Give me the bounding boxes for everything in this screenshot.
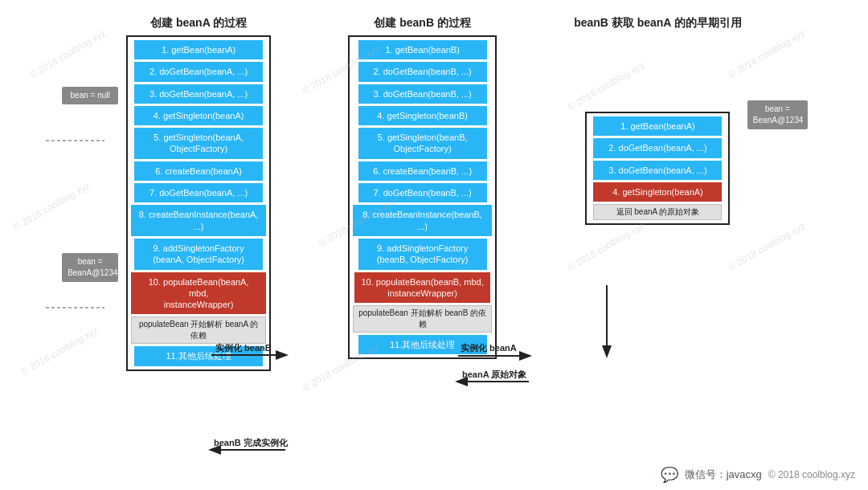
step-c-3: 3. doGetBean(beanA, ...) bbox=[593, 161, 722, 180]
section-b-steps: 1. getBean(beanB) 2. doGetBean(beanB, ..… bbox=[348, 35, 497, 359]
wechat-label: 微信号：javacxg bbox=[685, 468, 762, 482]
step-b-10: 10. populateBean(beanB, mbd,instanceWrap… bbox=[354, 272, 489, 304]
step-b-1: 1. getBean(beanB) bbox=[358, 40, 487, 59]
section-c: beanB 获取 beanA 的的早期引用 bean =BeanA@1234 1… bbox=[574, 16, 742, 225]
watermark-1: © 2018 coolblog.xyz bbox=[27, 27, 108, 80]
watermark-8: © 2018 coolblog.xyz bbox=[566, 220, 647, 273]
step-c-2: 2. doGetBean(beanA, ...) bbox=[593, 138, 722, 157]
step-b-8: 8. createBeanInstance(beanB, ...) bbox=[353, 205, 492, 236]
section-a-steps: 1. getBean(beanA) 2. doGetBean(beanA, ..… bbox=[126, 35, 271, 371]
step-b-2: 2. doGetBean(beanB, ...) bbox=[358, 62, 487, 81]
section-b: 创建 beanB 的过程 1. getBean(beanB) 2. doGetB… bbox=[348, 16, 497, 359]
section-a: 创建 beanA 的过程 bean = null bean = BeanA@12… bbox=[126, 16, 271, 371]
footer-copyright: © 2018 coolblog.xyz bbox=[768, 469, 855, 480]
step-b-7: 7. doGetBean(beanB, ...) bbox=[358, 183, 487, 202]
step-a-7: 7. doGetBean(beanA, ...) bbox=[134, 183, 263, 202]
section-c-title: beanB 获取 beanA 的的早期引用 bbox=[574, 16, 742, 31]
step-b-10-label: populateBean 开始解析 beanB 的依赖 bbox=[353, 305, 492, 333]
step-b-6: 6. createBean(beanB, ...) bbox=[358, 161, 487, 181]
step-c-1: 1. getBean(beanA) bbox=[593, 116, 722, 136]
section-b-title: 创建 beanB 的过程 bbox=[374, 16, 471, 31]
watermark-2: © 2018 coolblog.xyz bbox=[11, 180, 92, 233]
side-label-c-bean: bean =BeanA@1234 bbox=[747, 100, 808, 129]
svg-text:beanA 原始对象: beanA 原始对象 bbox=[462, 370, 527, 379]
step-b-4: 4. getSingleton(beanB) bbox=[358, 106, 487, 125]
step-a-4: 4. getSingleton(beanA) bbox=[134, 106, 263, 125]
step-a-11: 11.其他后续处理 bbox=[134, 346, 263, 365]
watermark-10: © 2018 coolblog.xyz bbox=[727, 220, 808, 273]
step-a-9: 9. addSingletonFactory(beanA, ObjectFact… bbox=[134, 239, 263, 270]
step-a-8: 8. createBeanInstance(beanA, ...) bbox=[131, 205, 266, 236]
step-b-9: 9. addSingletonFactory(beanB, ObjectFact… bbox=[358, 239, 487, 270]
step-a-3: 3. doGetBean(beanA, ...) bbox=[134, 84, 263, 104]
section-c-steps: 1. getBean(beanA) 2. doGetBean(beanA, ..… bbox=[585, 112, 730, 225]
section-a-title: 创建 beanA 的过程 bbox=[150, 16, 247, 31]
step-a-10-label: populateBean 开始解析 beanA 的依赖 bbox=[131, 316, 266, 344]
step-a-10: 10. populateBean(beanA, mbd,instanceWrap… bbox=[131, 272, 266, 315]
watermark-3: © 2018 coolblog.xyz bbox=[19, 325, 100, 378]
step-c-4-label: 返回 beanA 的原始对象 bbox=[593, 204, 722, 220]
step-b-5: 5. getSingleton(beanB,ObjectFactory) bbox=[358, 128, 487, 159]
step-a-2: 2. doGetBean(beanA, ...) bbox=[134, 62, 263, 81]
footer: 💬 微信号：javacxg © 2018 coolblog.xyz bbox=[661, 466, 855, 484]
wechat-icon: 💬 bbox=[661, 466, 678, 484]
main-container: © 2018 coolblog.xyz © 2018 coolblog.xyz … bbox=[0, 0, 868, 490]
svg-text:beanB 完成实例化: beanB 完成实例化 bbox=[214, 438, 289, 447]
side-label-bean-instance: bean = BeanA@1234 bbox=[62, 253, 118, 282]
step-a-5: 5. getSingleton(beanA,ObjectFactory) bbox=[134, 128, 263, 159]
step-a-1: 1. getBean(beanA) bbox=[134, 40, 263, 59]
step-a-6: 6. createBean(beanA) bbox=[134, 161, 263, 181]
side-label-bean-null: bean = null bbox=[62, 87, 118, 104]
step-c-4: 4. getSingleton(beanA) bbox=[593, 182, 722, 202]
step-b-11: 11.其他后续处理 bbox=[358, 335, 487, 354]
step-b-3: 3. doGetBean(beanB, ...) bbox=[358, 84, 487, 104]
